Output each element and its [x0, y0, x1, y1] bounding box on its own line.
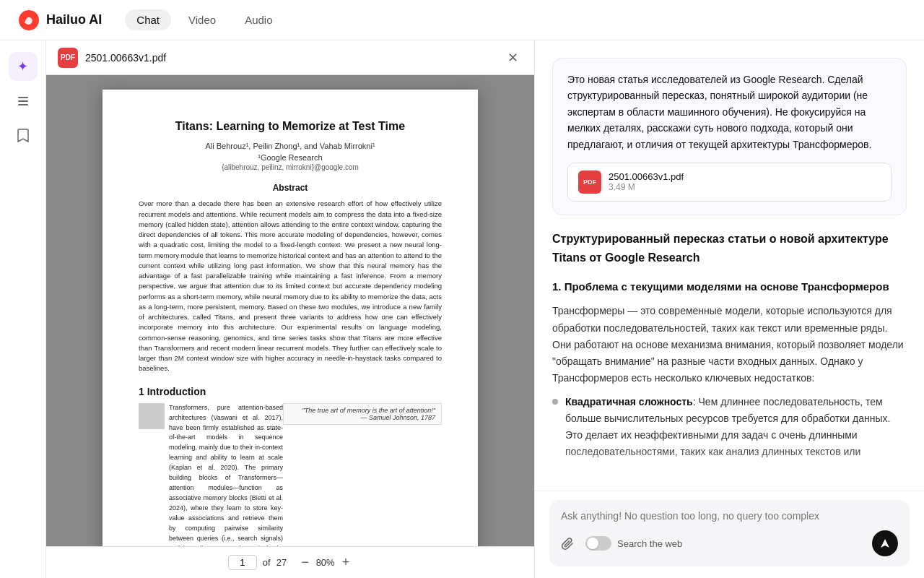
chat-input-box: Search the web: [549, 500, 910, 566]
bullet-label-1: Квадратичная сложность: [565, 396, 693, 407]
pdf-page: Titans: Learning to Memorize at Test Tim…: [103, 90, 478, 546]
pdf-affiliation: ¹Google Research: [139, 153, 442, 162]
pdf-footer: of 27 − 80% +: [46, 546, 534, 578]
pdf-authors: Ali Behrouz¹, Peilin Zhong¹, and Vahab M…: [139, 142, 442, 150]
left-sidebar: ✦: [0, 40, 46, 578]
pdf-attachment-icon: PDF: [578, 171, 601, 194]
user-message-text: Это новая статья исследователей из Googl…: [567, 72, 892, 152]
attach-button[interactable]: [561, 536, 575, 551]
svg-rect-2: [18, 100, 28, 102]
bookmark-icon: [17, 128, 30, 144]
pdf-attachment: PDF 2501.00663v1.pdf 3.49 M: [567, 163, 892, 202]
zoom-in-button[interactable]: +: [339, 555, 353, 570]
ai-section1: 1. Проблема с текущими моделями на основ…: [552, 278, 907, 296]
page-number-input[interactable]: [228, 555, 257, 570]
svg-rect-3: [18, 104, 28, 105]
sparkle-icon: ✦: [17, 59, 28, 74]
page-nav: of 27: [228, 555, 287, 570]
pdf-quote-attr: — Samuel Johnson, 1787: [289, 414, 435, 421]
nav-chat[interactable]: Chat: [125, 9, 171, 30]
chat-input-area: Search the web: [535, 491, 924, 578]
nav-video[interactable]: Video: [177, 9, 227, 30]
pdf-abstract-title: Abstract: [139, 183, 442, 193]
chat-input[interactable]: [561, 510, 898, 522]
ai-bullet1: Квадратичная сложность: Чем длиннее посл…: [552, 394, 907, 460]
pdf-filename: 2501.00663v1.pdf: [85, 52, 166, 64]
pdf-content[interactable]: Titans: Learning to Memorize at Test Tim…: [46, 75, 534, 546]
pdf-abstract: Over more than a decade there has been a…: [139, 199, 442, 374]
topnav: Hailuo AI Chat Video Audio: [0, 0, 924, 40]
nav-audio[interactable]: Audio: [233, 9, 284, 30]
page-of-label: of: [263, 557, 271, 568]
bullet-text-1: Квадратичная сложность: Чем длиннее посл…: [565, 394, 907, 460]
pdf-section1: 1 Introduction: [139, 386, 442, 397]
pdf-page-title: Titans: Learning to Memorize at Test Tim…: [139, 118, 442, 134]
web-search-toggle[interactable]: Search the web: [585, 536, 682, 551]
logo-text: Hailuo AI: [46, 12, 102, 27]
history-icon: [16, 94, 30, 108]
chat-input-left: Search the web: [561, 536, 682, 551]
total-pages: 27: [276, 557, 287, 568]
toggle-label: Search the web: [617, 538, 682, 549]
toggle-track: [585, 536, 611, 551]
bullet-dot-1: [552, 399, 558, 405]
ai-message: Структурированный пересказ статьи о ново…: [552, 230, 907, 467]
pdf-attachment-size: 3.49 M: [609, 182, 684, 192]
pdf-title-row: PDF 2501.00663v1.pdf: [58, 48, 166, 68]
send-icon: [879, 538, 891, 549]
sidebar-new-chat[interactable]: ✦: [9, 52, 38, 81]
logo: Hailuo AI: [17, 9, 102, 32]
ai-heading: Структурированный пересказ статьи о ново…: [552, 230, 907, 268]
chat-messages: Это новая статья исследователей из Googl…: [535, 40, 924, 491]
paperclip-icon: [561, 536, 575, 551]
pdf-header: PDF 2501.00663v1.pdf ✕: [46, 40, 534, 75]
zoom-out-button[interactable]: −: [298, 555, 312, 570]
sidebar-saved[interactable]: [9, 121, 38, 150]
nav-links: Chat Video Audio: [125, 9, 284, 30]
pdf-panel: PDF 2501.00663v1.pdf ✕ Titans: Learning …: [46, 40, 534, 578]
pdf-attachment-info: 2501.00663v1.pdf 3.49 M: [609, 171, 684, 192]
pdf-intro-text: Transformers, pure attention-based archi…: [169, 403, 283, 546]
ai-para1: Трансформеры — это современные модели, к…: [552, 303, 907, 386]
send-button[interactable]: [872, 530, 898, 556]
main-layout: ✦ PDF 2501.00663v1.pdf ✕ Titans: L: [0, 40, 924, 578]
pdf-quote: "The true art of memory is the art of at…: [283, 403, 442, 425]
pdf-icon: PDF: [58, 48, 78, 68]
sidebar-history[interactable]: [9, 87, 38, 116]
zoom-control: − 80% +: [298, 555, 352, 570]
pdf-close-button[interactable]: ✕: [502, 48, 523, 68]
chat-input-actions: Search the web: [561, 530, 898, 556]
pdf-quote-text: "The true art of memory is the art of at…: [289, 407, 435, 414]
chat-panel: Это новая статья исследователей из Googl…: [534, 40, 924, 578]
pdf-attachment-name: 2501.00663v1.pdf: [609, 171, 684, 182]
pdf-email: {alibehrouz, peilinz, mirrokni}@google.c…: [139, 163, 442, 171]
toggle-thumb: [587, 538, 598, 549]
svg-rect-1: [18, 97, 28, 98]
zoom-level: 80%: [316, 557, 335, 568]
user-message: Это новая статья исследователей из Googl…: [552, 58, 907, 215]
pdf-intro-image: [139, 403, 165, 429]
